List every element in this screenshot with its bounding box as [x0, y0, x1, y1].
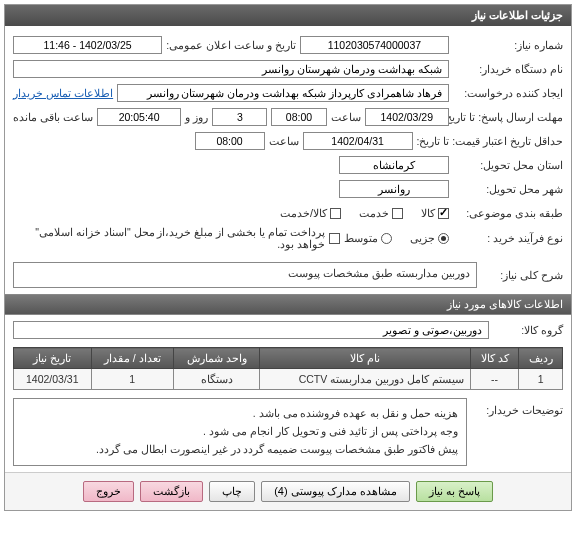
- form-area: شماره نیاز: 1102030574000037 تاریخ و ساع…: [5, 26, 571, 258]
- credit-date: 1402/04/31: [303, 132, 413, 150]
- cell-idx: 1: [519, 369, 563, 390]
- contact-link[interactable]: اطلاعات تماس خریدار: [13, 87, 113, 100]
- buyer-label: نام دستگاه خریدار:: [453, 63, 563, 75]
- time-label-2: ساعت: [269, 135, 299, 147]
- remain-label: ساعت باقی مانده: [13, 111, 93, 123]
- buy-type-label: نوع فرآیند خرید :: [453, 232, 563, 244]
- time-label-1: ساعت: [331, 111, 361, 123]
- desc-box: دوربین مداربسته طبق مشخصات پیوست: [13, 262, 477, 288]
- buyer-note-line: وجه پرداختی پس از تائید فنی و تحویل کار …: [22, 423, 458, 441]
- need-no-value: 1102030574000037: [300, 36, 449, 54]
- group-label: گروه کالا:: [493, 324, 563, 336]
- button-row: پاسخ به نیاز مشاهده مدارک پیوستی (4) چاپ…: [5, 472, 571, 510]
- class-service-check[interactable]: خدمت: [359, 207, 403, 220]
- buy-small-label: جزیی: [410, 232, 435, 245]
- days-value: 3: [212, 108, 267, 126]
- treasury-check[interactable]: [329, 233, 340, 244]
- creator-value: فرهاد شاهمرادی کارپرداز شبکه بهداشت ودرم…: [117, 84, 449, 102]
- buyer-note-line: پیش فاکتور طبق مشخصات پیوست ضمیمه گردد د…: [22, 441, 458, 459]
- th-qty: تعداد / مقدار: [91, 348, 173, 369]
- class-both-check[interactable]: کالا/خدمت: [280, 207, 341, 220]
- items-section-bar: اطلاعات کالاهای مورد نیاز: [5, 294, 571, 315]
- deadline-label: مهلت ارسال پاسخ: تا تاریخ:: [453, 111, 563, 123]
- table-row: 1 -- سیستم کامل دوربین مداربسته CCTV دست…: [14, 369, 563, 390]
- class-both-label: کالا/خدمت: [280, 207, 327, 220]
- need-details-panel: جزئیات اطلاعات نیاز شماره نیاز: 11020305…: [4, 4, 572, 511]
- cell-code: --: [470, 369, 518, 390]
- desc-label: شرح کلی نیاز:: [483, 269, 563, 281]
- items-table: ردیف کد کالا نام کالا واحد شمارش تعداد /…: [13, 347, 563, 390]
- reply-button[interactable]: پاسخ به نیاز: [416, 481, 493, 502]
- province-label: استان محل تحویل:: [453, 159, 563, 171]
- buyer-value: شبکه بهداشت ودرمان شهرستان روانسر: [13, 60, 449, 78]
- days-label: روز و: [185, 111, 208, 123]
- province-value: کرمانشاه: [339, 156, 449, 174]
- class-good-check[interactable]: کالا: [421, 207, 449, 220]
- buyer-notes-label: توضیحات خریدار:: [473, 398, 563, 416]
- panel-title: جزئیات اطلاعات نیاز: [5, 5, 571, 26]
- class-good-label: کالا: [421, 207, 435, 220]
- cell-qty: 1: [91, 369, 173, 390]
- announce-label: تاریخ و ساعت اعلان عمومی:: [166, 39, 296, 51]
- cell-date: 1402/03/31: [14, 369, 92, 390]
- need-no-label: شماره نیاز:: [453, 39, 563, 51]
- print-button[interactable]: چاپ: [209, 481, 255, 502]
- subject-class-label: طبقه بندی موضوعی:: [453, 207, 563, 219]
- creator-label: ایجاد کننده درخواست:: [453, 87, 563, 99]
- deadline-date: 1402/03/29: [365, 108, 450, 126]
- buy-medium-label: متوسط: [344, 232, 378, 245]
- city-value: روانسر: [339, 180, 449, 198]
- cell-name: سیستم کامل دوربین مداربسته CCTV: [260, 369, 471, 390]
- th-code: کد کالا: [470, 348, 518, 369]
- buyer-notes-box: هزینه حمل و نقل به عهده فروشنده می باشد …: [13, 398, 467, 466]
- th-unit: واحد شمارش: [174, 348, 260, 369]
- buy-small-radio[interactable]: جزیی: [410, 232, 449, 245]
- exit-button[interactable]: خروج: [83, 481, 134, 502]
- buy-medium-radio[interactable]: متوسط: [344, 232, 392, 245]
- city-label: شهر محل تحویل:: [453, 183, 563, 195]
- buy-type-group: جزیی متوسط: [344, 232, 449, 245]
- cell-unit: دستگاه: [174, 369, 260, 390]
- pay-note: پرداخت تمام یا بخشی از مبلغ خرید،از محل …: [13, 226, 325, 250]
- class-service-label: خدمت: [359, 207, 389, 220]
- desc-text: دوربین مداربسته طبق مشخصات پیوست: [288, 267, 470, 279]
- buyer-note-line: هزینه حمل و نقل به عهده فروشنده می باشد …: [22, 405, 458, 423]
- remain-time: 20:05:40: [97, 108, 182, 126]
- group-value: دوربین،صوتی و تصویر: [13, 321, 489, 339]
- th-idx: ردیف: [519, 348, 563, 369]
- th-name: نام کالا: [260, 348, 471, 369]
- credit-label: حداقل تاریخ اعتبار قیمت: تا تاریخ:: [417, 135, 563, 147]
- th-date: تاریخ نیاز: [14, 348, 92, 369]
- attachments-button[interactable]: مشاهده مدارک پیوستی (4): [261, 481, 410, 502]
- subject-class-group: کالا خدمت کالا/خدمت: [280, 207, 449, 220]
- credit-time: 08:00: [195, 132, 265, 150]
- deadline-time: 08:00: [271, 108, 326, 126]
- announce-value: 1402/03/25 - 11:46: [13, 36, 162, 54]
- back-button[interactable]: بازگشت: [140, 481, 203, 502]
